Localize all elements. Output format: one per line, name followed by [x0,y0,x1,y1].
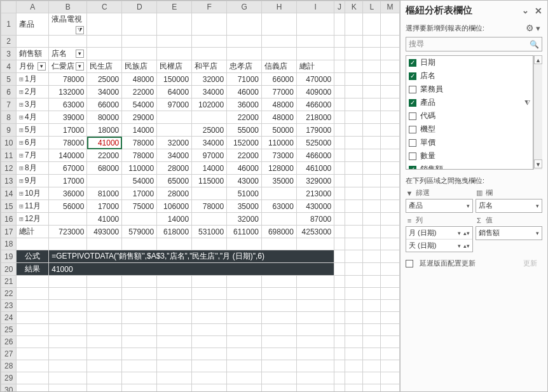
cell[interactable] [87,13,122,36]
cell[interactable] [49,384,87,392]
data-cell[interactable]: 67000 [49,162,87,175]
expand-icon[interactable]: ⊞ [19,126,24,134]
data-cell[interactable]: 41000 [87,137,122,149]
data-cell[interactable]: 78000 [192,200,227,213]
data-cell[interactable] [49,213,87,226]
data-cell[interactable]: 66000 [262,73,297,86]
cell[interactable] [296,276,334,288]
cell[interactable] [227,36,262,48]
cell[interactable] [262,13,297,36]
expand-icon[interactable]: ⊞ [19,113,24,121]
data-cell[interactable]: 150000 [157,73,192,86]
filter-field-label[interactable]: 產品 [17,13,49,36]
expand-icon[interactable]: ⊞ [19,88,24,96]
cell[interactable] [227,348,262,360]
data-cell[interactable]: 78000 [49,73,87,86]
data-cell[interactable]: 34000 [157,149,192,162]
cell[interactable] [345,226,362,238]
column-header[interactable]: M [381,1,400,13]
data-cell[interactable]: 32000 [157,137,192,149]
cell[interactable] [262,238,297,250]
data-cell[interactable]: 110000 [122,162,157,175]
cell[interactable] [345,263,362,276]
cell[interactable] [363,48,381,60]
data-cell[interactable]: 66000 [87,98,122,111]
data-cell[interactable]: 54000 [122,98,157,111]
data-cell[interactable] [262,213,297,226]
cell[interactable] [157,360,192,372]
cell[interactable] [334,98,345,111]
row-header[interactable]: 19 [1,250,17,263]
data-cell[interactable] [192,187,227,200]
row-field-cell[interactable]: 月份▾ [17,60,49,73]
cell[interactable] [381,98,400,111]
data-cell[interactable]: 78000 [122,137,157,149]
cell[interactable] [334,250,345,263]
cell[interactable] [345,312,362,324]
cell[interactable] [363,73,381,86]
column-label-cell[interactable]: 信義店 [262,60,297,73]
cell[interactable] [363,300,381,312]
data-cell[interactable]: 63000 [262,200,297,213]
cell[interactable] [192,336,227,348]
data-cell[interactable]: 46000 [227,162,262,175]
row-header[interactable]: 11 [1,149,17,162]
data-cell[interactable]: 128000 [262,162,297,175]
cell[interactable] [192,238,227,250]
cell[interactable] [49,300,87,312]
pill-dropdown-icon[interactable]: ▾ [536,230,539,236]
pill-dropdown-icon[interactable]: ▾ [467,203,470,209]
column-label-cell[interactable]: 民權店 [157,60,192,73]
cell[interactable] [227,372,262,384]
cell[interactable] [334,73,345,86]
cell[interactable] [363,384,381,392]
column-header[interactable]: G [227,1,262,13]
row-header[interactable]: 10 [1,137,17,149]
row-field-dropdown-icon[interactable]: ▾ [38,62,46,71]
data-cell[interactable]: 14000 [157,213,192,226]
cell[interactable] [381,86,400,98]
cell[interactable] [262,384,297,392]
data-cell[interactable]: 78000 [49,137,87,149]
row-label-cell[interactable]: ⊞10月 [17,187,49,200]
cell[interactable] [363,175,381,187]
cell[interactable] [122,348,157,360]
cell[interactable] [334,300,345,312]
data-cell[interactable]: 4253000 [296,226,334,238]
data-cell[interactable]: 493000 [87,226,122,238]
cell[interactable] [122,372,157,384]
cell[interactable] [334,384,345,392]
cell[interactable] [345,73,362,86]
column-header[interactable]: C [87,1,122,13]
data-cell[interactable]: 466000 [296,149,334,162]
cell[interactable] [381,384,400,392]
cell[interactable] [381,162,400,175]
cell[interactable] [363,288,381,300]
gear-icon[interactable]: ⚙ [526,23,534,33]
data-cell[interactable]: 14000 [122,124,157,137]
data-cell[interactable]: 51000 [227,187,262,200]
cell[interactable] [296,13,334,36]
filter-drop-zone[interactable]: 產品▾ [406,199,473,213]
data-cell[interactable] [192,213,227,226]
column-header[interactable]: J [334,1,345,13]
column-label-cell[interactable]: 忠孝店 [227,60,262,73]
cell[interactable] [122,384,157,392]
data-cell[interactable]: 618000 [157,226,192,238]
cell[interactable] [363,324,381,336]
column-header[interactable]: E [157,1,192,13]
cell[interactable] [157,36,192,48]
pill-dropdown-icon[interactable]: ▾ [458,243,461,249]
close-icon[interactable]: ✕ [535,6,542,16]
cell[interactable] [334,13,345,36]
cell[interactable] [381,360,400,372]
cell[interactable] [334,238,345,250]
data-cell[interactable]: 611000 [227,226,262,238]
cell[interactable] [122,324,157,336]
row-header[interactable]: 12 [1,162,17,175]
cell[interactable] [227,276,262,288]
cell[interactable] [363,336,381,348]
cell[interactable] [334,149,345,162]
cell[interactable] [345,60,362,73]
row-header[interactable]: 30 [1,384,17,392]
